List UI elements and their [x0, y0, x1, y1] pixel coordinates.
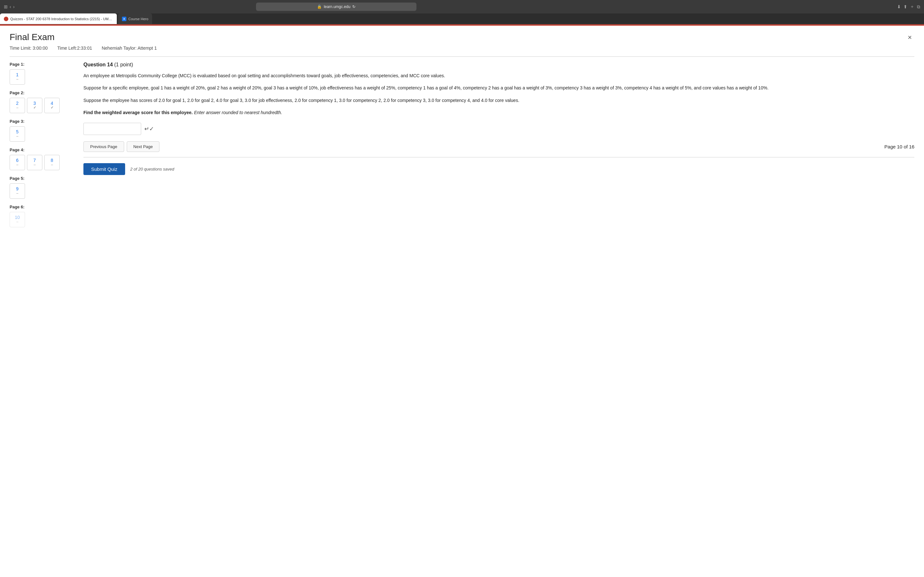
tab-active[interactable]: Quizzes - STAT 200 6378 Introduction to … [0, 13, 117, 24]
page-5-label: Page 5: [10, 176, 74, 181]
question-box-7[interactable]: 7 – [27, 155, 42, 170]
question-number: Question 14 [83, 62, 113, 67]
browser-controls: ⊞ ‹ › [4, 4, 15, 9]
answer-area: ↵✓ [83, 123, 914, 135]
page-6-label: Page 6: [10, 205, 74, 210]
question-body: An employee at Metropolis Community Coll… [83, 72, 914, 116]
page-1-label: Page 1: [10, 62, 74, 67]
question-box-4[interactable]: 4 ✓ [44, 98, 60, 113]
page-1-grid: 1 – [10, 69, 74, 85]
tab-secondary-label: Course Hero [128, 17, 148, 21]
question-box-5[interactable]: 5 – [10, 126, 25, 142]
q-status-8: – [51, 163, 53, 167]
q-status-7: – [34, 163, 36, 167]
question-paragraph-1: An employee at Metropolis Community Coll… [83, 72, 914, 79]
exam-header: Final Exam Time Limit: 3:00:00 Time Left… [10, 32, 914, 54]
question-box-8[interactable]: 8 – [44, 155, 60, 170]
q-status-9: – [16, 191, 18, 195]
page-wrapper: Final Exam Time Limit: 3:00:00 Time Left… [0, 26, 924, 577]
spellcheck-icon: ↵✓ [144, 125, 154, 132]
header-divider [10, 56, 914, 57]
question-paragraph-3: Suppose the employee has scores of 2.0 f… [83, 97, 914, 104]
page-3-grid: 5 – [10, 126, 74, 142]
q-num-7: 7 [33, 158, 36, 163]
umgc-favicon [4, 17, 8, 21]
page-2-label: Page 2: [10, 90, 74, 95]
browser-toolbar: ⬇ ⬆ ＋ ⧉ [897, 4, 920, 10]
page-3-label: Page 3: [10, 119, 74, 124]
exam-meta: Time Limit: 3:00:00 Time Left:2:33:01 Ne… [10, 45, 157, 51]
question-box-10[interactable]: 10 – [10, 212, 25, 227]
question-header: Question 14 (1 point) [83, 62, 914, 68]
tab-bar: Quizzes - STAT 200 6378 Introduction to … [0, 13, 924, 24]
time-limit: Time Limit: 3:00:00 [10, 45, 48, 51]
question-paragraph-2: Suppose for a specific employee, goal 1 … [83, 84, 914, 91]
url-text: learn.umgc.edu [324, 5, 351, 9]
q-num-5: 5 [16, 129, 19, 134]
tab-secondary[interactable]: X Course Hero [118, 13, 152, 24]
sidebar-page-5: Page 5: 9 – [10, 176, 74, 199]
main-layout: Page 1: 1 – Page 2: 2 – 3 [10, 62, 914, 233]
q-num-6: 6 [16, 158, 19, 163]
course-hero-favicon: X [122, 17, 126, 21]
question-box-3[interactable]: 3 ✓ [27, 98, 42, 113]
browser-chrome: ⊞ ‹ › 🔒 learn.umgc.edu ↻ ⬇ ⬆ ＋ ⧉ [0, 0, 924, 13]
q-status-2: – [16, 105, 18, 110]
attempt-label: Nehemiah Taylor: Attempt 1 [102, 45, 157, 51]
page-indicator: Page 10 of 16 [885, 144, 914, 149]
exam-title: Final Exam [10, 32, 157, 42]
forward-button[interactable]: › [13, 4, 15, 9]
q-status-5: – [16, 134, 18, 138]
question-box-2[interactable]: 2 – [10, 98, 25, 113]
page-4-grid: 6 – 7 – 8 – [10, 155, 74, 170]
download-icon[interactable]: ⬇ [897, 4, 901, 9]
back-button[interactable]: ‹ [10, 4, 11, 9]
reload-icon[interactable]: ↻ [352, 5, 355, 9]
q-num-8: 8 [51, 158, 53, 163]
exam-header-left: Final Exam Time Limit: 3:00:00 Time Left… [10, 32, 157, 51]
q-status-3: ✓ [33, 105, 36, 110]
new-tab-icon[interactable]: ＋ [910, 4, 914, 10]
close-button[interactable]: × [905, 32, 914, 43]
question-points: (1 point) [114, 62, 133, 67]
sidebar-page-4: Page 4: 6 – 7 – 8 – [10, 147, 74, 170]
q-status-10: – [16, 219, 18, 224]
q-num-3: 3 [33, 101, 36, 105]
previous-page-button[interactable]: Previous Page [83, 141, 124, 152]
page-2-grid: 2 – 3 ✓ 4 ✓ [10, 98, 74, 113]
time-left: Time Left:2:33:01 [57, 45, 92, 51]
page-5-grid: 9 – [10, 183, 74, 199]
submit-quiz-button[interactable]: Submit Quiz [83, 163, 125, 175]
save-status: 2 of 20 questions saved [130, 167, 174, 171]
q-status-4: ✓ [51, 105, 53, 110]
windows-icon[interactable]: ⧉ [917, 4, 920, 10]
page-6-grid: 10 – [10, 212, 74, 227]
lock-icon: 🔒 [317, 5, 322, 9]
submit-area: Submit Quiz 2 of 20 questions saved [83, 162, 914, 176]
nav-area: Previous Page Next Page Page 10 of 16 [83, 141, 914, 152]
sidebar-toggle-button[interactable]: ⊞ [4, 4, 8, 9]
sidebar-page-1: Page 1: 1 – [10, 62, 74, 85]
sidebar-page-3: Page 3: 5 – [10, 119, 74, 142]
q-status-6: – [16, 163, 18, 167]
answer-input[interactable] [83, 123, 141, 135]
instructions-text: Enter answer rounded to nearest hundredt… [193, 110, 282, 115]
tab-active-label: Quizzes - STAT 200 6378 Introduction to … [10, 17, 113, 21]
q-num-2: 2 [16, 101, 19, 105]
content-area: Question 14 (1 point) An employee at Met… [80, 62, 914, 233]
address-bar[interactable]: 🔒 learn.umgc.edu ↻ [256, 3, 417, 11]
find-label: Find the weighted average score for this… [83, 110, 193, 115]
q-num-9: 9 [16, 187, 19, 191]
q-num-10: 10 [15, 215, 20, 219]
sidebar-page-6: Page 6: 10 – [10, 205, 74, 227]
q-status-1: – [16, 77, 18, 81]
share-icon[interactable]: ⬆ [903, 4, 907, 9]
question-find: Find the weighted average score for this… [83, 109, 914, 116]
question-box-6[interactable]: 6 – [10, 155, 25, 170]
q-num-4: 4 [51, 101, 53, 105]
next-page-button[interactable]: Next Page [127, 141, 160, 152]
sidebar-page-2: Page 2: 2 – 3 ✓ 4 ✓ [10, 90, 74, 113]
question-box-1[interactable]: 1 – [10, 69, 25, 85]
question-box-9[interactable]: 9 – [10, 183, 25, 199]
sidebar: Page 1: 1 – Page 2: 2 – 3 [10, 62, 80, 233]
